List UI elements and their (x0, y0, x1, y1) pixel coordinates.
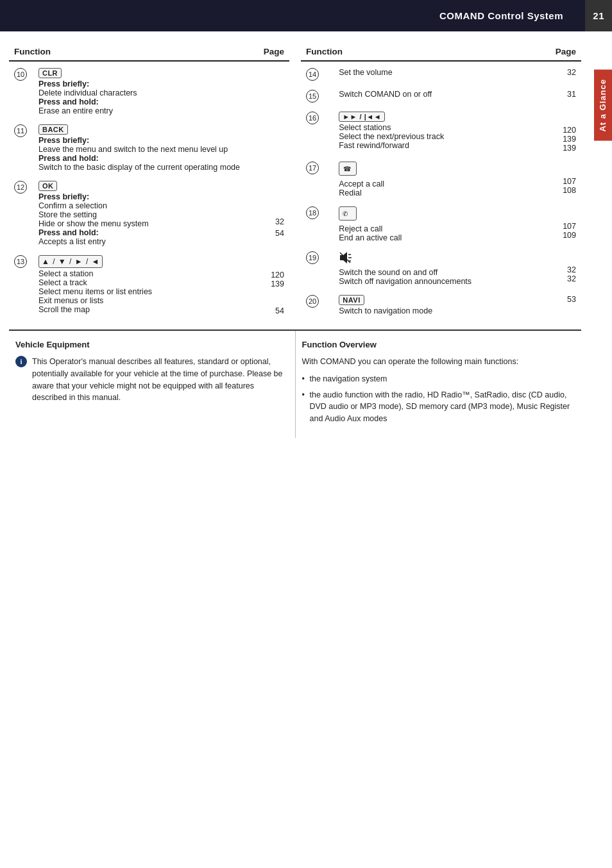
row-func-11: BACK Press briefly: Leave the menu and s… (33, 118, 257, 174)
row-num-16: 16 (301, 105, 334, 155)
row-num-11: 11 (9, 118, 33, 174)
vehicle-equipment-info: i This Operator's manual describes all f… (15, 356, 286, 404)
row-page-14: 32 (537, 61, 581, 83)
row-num-15: 15 (301, 83, 334, 105)
row-page-17: 107 108 (537, 155, 581, 200)
row-func-16: ►► / |◄◄ Select stations Select the next… (334, 105, 537, 155)
row-page-11 (257, 118, 289, 174)
function-tables: Function Page 10 CLR Press briefly: Dele… (9, 43, 581, 318)
list-item: the navigation system (302, 373, 573, 385)
row-func-17: ☎ Accept a call Redial (334, 155, 537, 200)
info-icon: i (15, 356, 27, 367)
row-num-17: 17 (301, 155, 334, 200)
row-num-10: 10 (9, 61, 33, 118)
page-title: COMAND Control System (439, 10, 563, 21)
row-func-12: OK Press briefly: Confirm a selection St… (33, 174, 257, 249)
row-func-18: ✆ Reject a call End an active call (334, 200, 537, 245)
row-page-15: 31 (537, 83, 581, 105)
phone-reject-icon: ✆ (339, 206, 357, 221)
right-page-header: Page (537, 43, 581, 61)
table-row: 11 BACK Press briefly: Leave the menu an… (9, 118, 289, 174)
function-overview-bullets: the navigation system the audio function… (302, 373, 573, 425)
row-num-20: 20 (301, 288, 334, 318)
left-function-table: Function Page 10 CLR Press briefly: Dele… (9, 43, 289, 318)
bottom-sections: Vehicle Equipment i This Operator's manu… (9, 330, 581, 438)
row-num-12: 12 (9, 174, 33, 249)
page-header: 21 COMAND Control System (0, 0, 612, 31)
function-overview-intro: With COMAND you can operate the followin… (302, 356, 573, 368)
row-page-10 (257, 61, 289, 118)
row-num-19: 19 (301, 245, 334, 288)
row-func-20: NAVI Switch to navigation mode (334, 288, 537, 318)
table-row: 13 ▲ / ▼ / ► / ◄ Select a station Select… (9, 249, 289, 318)
table-row: 18 ✆ Reject a call End an active call (301, 200, 581, 245)
left-page-header: Page (257, 43, 289, 61)
row-func-15: Switch COMAND on or off (334, 83, 537, 105)
right-function-header: Function (301, 43, 537, 61)
phone-accept-icon: ☎ (339, 162, 357, 176)
row-func-13: ▲ / ▼ / ► / ◄ Select a station Select a … (33, 249, 257, 318)
table-row: 15 Switch COMAND on or off 31 (301, 83, 581, 105)
row-num-14: 14 (301, 61, 334, 83)
row-page-19: 32 32 (537, 245, 581, 288)
row-func-19: Switch the sound on and off Switch off n… (334, 245, 537, 288)
table-row: 14 Set the volume 32 (301, 61, 581, 83)
vehicle-equipment-title: Vehicle Equipment (15, 340, 286, 349)
table-row: 19 (301, 245, 581, 288)
table-row: 17 ☎ Accept a call Redial (301, 155, 581, 200)
row-page-20: 53 (537, 288, 581, 318)
row-page-16: 120 139 139 (537, 105, 581, 155)
sound-icon (339, 251, 353, 264)
page-number: 21 (585, 0, 612, 31)
right-function-table: Function Page 14 Set the volume 32 (301, 43, 581, 318)
vehicle-equipment-body: This Operator's manual describes all fea… (32, 356, 286, 404)
table-row: 16 ►► / |◄◄ Select stations Select the n… (301, 105, 581, 155)
section-tab: At a Glance (594, 70, 612, 141)
row-page-13: 120 139 54 (257, 249, 289, 318)
svg-text:☎: ☎ (343, 165, 351, 172)
row-func-14: Set the volume (334, 61, 537, 83)
left-function-header: Function (9, 43, 257, 61)
row-num-18: 18 (301, 200, 334, 245)
vehicle-equipment-section: Vehicle Equipment i This Operator's manu… (9, 331, 296, 438)
table-row: 10 CLR Press briefly: Delete individual … (9, 61, 289, 118)
svg-text:✆: ✆ (343, 210, 348, 217)
table-row: 12 OK Press briefly: Confirm a selection… (9, 174, 289, 249)
row-page-12: 32 54 (257, 174, 289, 249)
function-overview-title: Function Overview (302, 340, 573, 349)
function-overview-section: Function Overview With COMAND you can op… (296, 331, 582, 438)
row-func-10: CLR Press briefly: Delete individual cha… (33, 61, 257, 118)
row-page-18: 107 109 (537, 200, 581, 245)
row-num-13: 13 (9, 249, 33, 318)
table-row: 20 NAVI Switch to navigation mode 53 (301, 288, 581, 318)
list-item: the audio function with the radio, HD Ra… (302, 389, 573, 425)
main-content: Function Page 10 CLR Press briefly: Dele… (0, 31, 612, 449)
